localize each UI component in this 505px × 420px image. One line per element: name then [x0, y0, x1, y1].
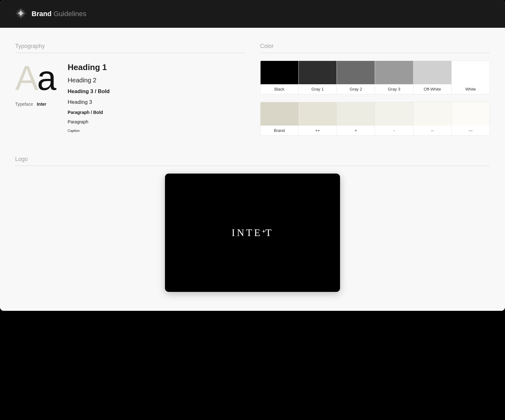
swatch-chip: [299, 61, 337, 84]
swatch-label: +: [337, 126, 375, 135]
swatch: ++: [299, 102, 337, 135]
swatch-chip: [452, 102, 490, 126]
typeface-sample: Aa Typeface Inter: [15, 61, 55, 137]
svg-marker-4: [17, 9, 21, 13]
swatch-chip: [261, 61, 298, 84]
page-title-bold: Brand: [32, 10, 52, 18]
type-h3: Heading 3: [68, 99, 245, 105]
typography-section: Typography Aa Typeface Inter Heading 1 H: [15, 43, 245, 143]
swatch: -: [375, 102, 413, 135]
swatch: Off-White: [414, 61, 451, 94]
type-paragraph: Paragraph: [68, 119, 245, 124]
type-h3-bold: Heading 3 / Bold: [68, 88, 245, 95]
swatch-label: Brand: [261, 126, 298, 135]
swatch: Black: [261, 61, 298, 94]
logo-text-part-2: T: [265, 227, 273, 239]
swatch-label: Gray 1: [299, 84, 337, 94]
logo-wordmark: INTE T: [232, 227, 273, 239]
row-top: Typography Aa Typeface Inter Heading 1 H: [15, 43, 490, 143]
swatch: +: [337, 102, 375, 135]
type-h1: Heading 1: [68, 62, 245, 72]
section-title-color: Color: [260, 43, 490, 53]
swatch-chip: [375, 102, 413, 126]
swatch: Gray 2: [337, 61, 375, 94]
svg-marker-16: [261, 229, 266, 234]
typeface-label: Typeface: [15, 102, 33, 107]
sample-glyph-upper: A: [15, 58, 37, 97]
page: Brand Guidelines Typography Aa Typeface …: [0, 0, 505, 311]
swatch-label: Gray 3: [375, 84, 413, 94]
swatch-label: --: [414, 126, 451, 135]
swatch: ---: [452, 102, 490, 135]
swatch: --: [414, 102, 451, 135]
swatch-label: Black: [261, 84, 298, 94]
svg-marker-6: [21, 9, 25, 13]
page-title-light: Guidelines: [54, 10, 86, 18]
logo-card: INTE T: [165, 174, 340, 292]
type-scale-list: Heading 1 Heading 2 Heading 3 / Bold Hea…: [68, 61, 245, 137]
color-section: Color Black Gray 1 Gray 2 Gray 3 Off-Whi…: [260, 43, 490, 143]
swatch-label: -: [375, 126, 413, 135]
svg-marker-5: [21, 13, 25, 17]
content: Typography Aa Typeface Inter Heading 1 H: [0, 28, 505, 311]
swatch-label: ++: [299, 126, 337, 135]
swatch-label: Off-White: [414, 84, 451, 94]
typography-body: Aa Typeface Inter Heading 1 Heading 2 He…: [15, 61, 245, 137]
swatch-chip: [337, 102, 375, 126]
swatch: Gray 1: [299, 61, 337, 94]
swatch: Brand: [261, 102, 298, 135]
type-caption: Caption: [68, 129, 245, 133]
type-paragraph-bold: Paragraph / Bold: [68, 110, 245, 115]
swatch: Gray 3: [375, 61, 413, 94]
typeface-value: Inter: [37, 102, 46, 107]
header: Brand Guidelines: [0, 0, 505, 28]
swatch-label: ---: [452, 126, 490, 135]
svg-marker-7: [17, 13, 21, 17]
type-h2: Heading 2: [68, 77, 245, 84]
logo-text-part-1: INTE: [232, 227, 262, 239]
section-title-logo: Logo: [15, 156, 490, 166]
sample-glyph-lower: a: [37, 58, 55, 97]
swatch-chip: [261, 102, 298, 126]
logo-section: Logo INTE T: [15, 156, 490, 292]
swatch-chip: [337, 61, 375, 84]
swatch-grid-brand: Brand ++ + - -- ---: [260, 102, 490, 136]
swatch-label: White: [452, 84, 490, 94]
swatch: White: [452, 61, 490, 94]
swatch-chip: [375, 61, 413, 84]
sample-glyphs: Aa: [15, 61, 55, 95]
swatch-chip: [452, 61, 490, 84]
swatch-grid-grays: Black Gray 1 Gray 2 Gray 3 Off-White Whi…: [260, 61, 490, 94]
sparkle-icon: [261, 224, 266, 236]
swatch-chip: [414, 61, 451, 84]
typeface-line: Typeface Inter: [15, 102, 55, 107]
page-title: Brand Guidelines: [32, 10, 86, 18]
swatch-chip: [414, 102, 451, 126]
starburst-icon: [15, 8, 26, 20]
swatch-chip: [299, 102, 337, 126]
section-title-typography: Typography: [15, 43, 245, 53]
swatch-label: Gray 2: [337, 84, 375, 94]
